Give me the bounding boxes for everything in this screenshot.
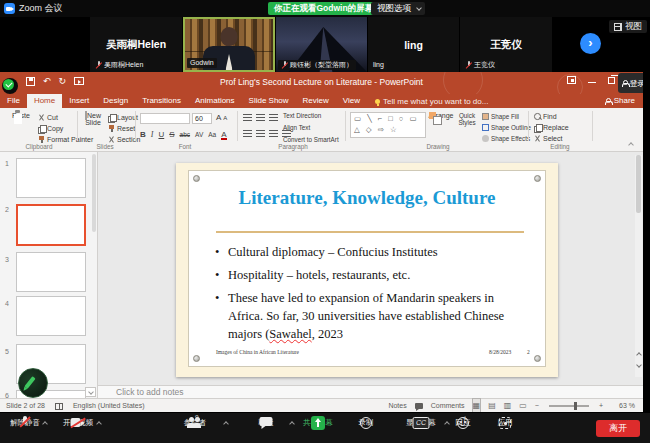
tab-transitions[interactable]: Transitions <box>135 94 188 108</box>
select-button[interactable]: Select <box>534 135 562 142</box>
numbering-icon[interactable] <box>256 114 265 122</box>
format-painter-button[interactable]: Format Painter <box>38 136 93 143</box>
slide-title[interactable]: Literature, Knowledge, Culture <box>189 187 545 209</box>
copy-button[interactable]: Copy <box>38 125 63 132</box>
align-text-button[interactable]: Align Text <box>283 124 310 131</box>
char-spacing-button[interactable]: AV <box>195 131 203 138</box>
share-button[interactable]: Share <box>605 94 635 108</box>
participant-tile[interactable]: 吴雨桐Helen 吴雨桐Helen <box>90 17 182 72</box>
grow-shrink-font[interactable]: AA <box>216 113 227 122</box>
arrange-button[interactable]: Arrange <box>428 112 454 119</box>
notes-bar[interactable]: Click to add notes <box>98 385 643 398</box>
clear-formatting-button[interactable]: abc <box>180 131 190 138</box>
view-sorter-icon[interactable]: ▤ <box>488 399 496 413</box>
tab-view[interactable]: View <box>336 94 367 108</box>
shape-fill-button[interactable]: Shape Fill <box>482 113 519 120</box>
view-layout-button[interactable]: 视图 <box>609 20 647 33</box>
previous-slide-icon[interactable] <box>636 352 642 358</box>
layout-button[interactable]: Layout <box>108 114 138 121</box>
slide-thumbnail-4[interactable] <box>16 296 86 336</box>
leave-button[interactable]: 离开 <box>596 420 640 437</box>
chat-button[interactable]: 聊天 <box>238 416 294 428</box>
slide-thumbnail-panel[interactable]: 1 2 3 4 <box>0 152 98 398</box>
notes-toggle[interactable]: Notes <box>388 399 406 413</box>
next-slide-icon[interactable] <box>636 362 642 368</box>
minimize-icon[interactable] <box>588 82 596 84</box>
text-direction-button[interactable]: Text Direction <box>283 112 321 119</box>
replace-button[interactable]: Replace <box>534 124 569 131</box>
restore-icon[interactable] <box>608 77 615 84</box>
slide-thumbnail-2-selected[interactable] <box>16 204 86 246</box>
comments-toggle[interactable]: Comments <box>431 399 465 413</box>
panel-scrollbar[interactable] <box>92 154 96 232</box>
zoom-in-button[interactable]: + <box>599 399 603 413</box>
font-name-combo[interactable] <box>140 113 190 124</box>
font-color-button[interactable]: A <box>221 130 226 139</box>
tab-slideshow[interactable]: Slide Show <box>242 94 296 108</box>
bullets-icon[interactable] <box>243 114 252 122</box>
zoom-out-button[interactable]: − <box>535 399 539 413</box>
participants-options-chevron[interactable] <box>223 421 229 427</box>
slide-thumbnail-3[interactable] <box>16 252 86 292</box>
app-title: Zoom 会议 <box>19 2 63 15</box>
new-slide-button[interactable]: New Slide <box>79 112 107 126</box>
participant-tile[interactable]: 王竞仪 王竞仪 <box>460 17 552 72</box>
prev-next-slide-buttons[interactable] <box>636 351 643 375</box>
tab-home[interactable]: Home <box>27 94 62 108</box>
vertical-scrollbar[interactable] <box>635 155 642 377</box>
tab-file[interactable]: File <box>0 94 27 108</box>
annotation-pencil-button[interactable] <box>18 368 48 398</box>
align-right-icon[interactable] <box>269 130 278 138</box>
slide-canvas[interactable]: Literature, Knowledge, Culture Cultural … <box>176 163 558 377</box>
notes-splitter-button[interactable] <box>85 387 96 397</box>
zoom-slider[interactable] <box>549 405 589 407</box>
participant-tile-video[interactable]: Godwin <box>183 17 275 72</box>
slide-thumbnail-1[interactable] <box>16 158 86 198</box>
tab-animations[interactable]: Animations <box>188 94 242 108</box>
comments-icon <box>415 403 423 409</box>
font-size-combo[interactable]: 60 <box>192 113 212 124</box>
tab-design[interactable]: Design <box>96 94 135 108</box>
tab-insert[interactable]: Insert <box>62 94 96 108</box>
record-button[interactable]: 录制 <box>338 416 394 428</box>
participant-tile[interactable]: ling ling <box>368 17 459 72</box>
view-reading-icon[interactable]: ▥ <box>504 399 512 413</box>
align-center-icon[interactable] <box>256 130 265 138</box>
proofing-book-icon[interactable] <box>55 403 63 410</box>
collapse-ribbon-icon[interactable] <box>628 142 634 148</box>
scissors-icon <box>38 114 45 121</box>
language-status[interactable]: English (United States) <box>73 399 145 413</box>
reset-button[interactable]: Reset <box>108 125 135 132</box>
shape-effects-button[interactable]: Shape Effects <box>482 135 530 142</box>
strike-button[interactable]: S <box>169 130 174 139</box>
view-normal-icon[interactable]: ▦ <box>473 399 481 413</box>
change-case-button[interactable]: Aa <box>208 131 216 138</box>
tab-review[interactable]: Review <box>296 94 336 108</box>
participant-label: 顾钰彬（梨堂落雨） <box>278 60 356 70</box>
italic-button[interactable]: I <box>151 130 154 139</box>
participant-tile-photo[interactable]: 顾钰彬（梨堂落雨） <box>276 17 367 72</box>
tellme-box[interactable]: Tell me what you want to do... <box>367 94 488 108</box>
paste-button[interactable]: Paste <box>6 112 36 119</box>
next-participants-button[interactable]: › <box>580 33 601 54</box>
indent-icon[interactable] <box>269 114 278 122</box>
participants-button[interactable]: 9 参会者 <box>167 416 223 428</box>
align-left-icon[interactable] <box>243 130 252 138</box>
cut-button[interactable]: Cut <box>38 114 58 121</box>
signin-badge[interactable]: 登录 <box>618 73 643 93</box>
ribbon-options-icon[interactable] <box>567 76 576 84</box>
view-options-button[interactable]: 视图选项 <box>371 2 425 15</box>
slide-bullets[interactable]: Cultural diplomacy – Confucius Institute… <box>215 243 531 348</box>
scrollbar-thumb[interactable] <box>636 155 641 213</box>
shape-gallery[interactable]: ▭ ╲ ⌐ □ ○ ▭ △ ◇ ⇨ ☆ <box>350 112 426 138</box>
bold-button[interactable]: B <box>140 130 146 139</box>
find-button[interactable]: Find <box>534 113 557 120</box>
zoom-percent[interactable]: 63 % <box>619 399 635 413</box>
slide-editor-area[interactable]: Literature, Knowledge, Culture Cultural … <box>98 152 643 385</box>
shape-outline-button[interactable]: Shape Outline <box>482 124 531 131</box>
view-slideshow-icon[interactable]: ▭ <box>519 399 527 413</box>
underline-button[interactable]: U <box>158 130 164 139</box>
quick-styles-button[interactable]: Quick Styles <box>454 112 480 126</box>
apps-button[interactable]: 应用 <box>477 416 533 428</box>
smartart-button[interactable]: Convert to SmartArt <box>283 136 339 143</box>
